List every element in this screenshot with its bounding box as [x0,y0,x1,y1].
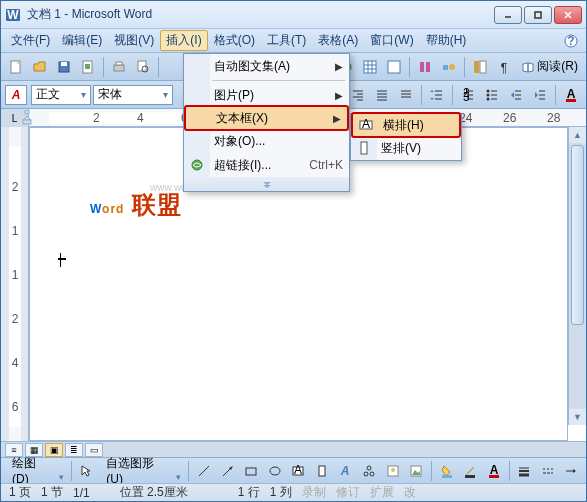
svg-marker-55 [430,98,434,100]
svg-line-100 [223,468,231,476]
styles-formatting-icon[interactable]: A [5,85,27,105]
textbox-icon[interactable]: A [288,460,310,482]
menu-view[interactable]: 视图(V) [108,30,160,51]
select-objects-icon[interactable] [76,460,98,482]
status-extend[interactable]: 扩展 [370,484,394,501]
new-doc-icon[interactable] [5,56,27,78]
menu-hyperlink[interactable]: 超链接(I)... Ctrl+K [184,153,349,177]
menu-expand-icon[interactable] [184,177,349,191]
vertical-ruler[interactable]: 2 1 1 2 4 6 [1,127,29,441]
line-spacing-icon[interactable] [426,84,448,106]
svg-rect-11 [61,62,67,66]
menu-edit[interactable]: 编辑(E) [56,30,108,51]
svg-point-112 [391,468,395,472]
submenu-vertical[interactable]: 竖排(V) [351,136,461,160]
columns-icon[interactable] [414,56,436,78]
status-column: 1 列 [270,484,292,501]
indent-markers[interactable] [21,110,37,126]
insert-picture-icon[interactable] [405,460,427,482]
drawing-icon[interactable] [438,56,460,78]
svg-text:26: 26 [503,111,517,125]
font-color-draw-icon[interactable]: A [483,460,505,482]
svg-text:4: 4 [12,356,19,370]
menu-textbox[interactable]: 文本框(X) ▶ [185,106,348,130]
svg-rect-29 [474,61,479,73]
clipart-icon[interactable] [382,460,404,482]
help-question-icon[interactable]: ? [560,34,582,48]
align-justify-icon[interactable] [371,84,393,106]
svg-rect-27 [443,65,448,70]
line-icon[interactable] [193,460,215,482]
separator [421,85,422,105]
diagram-icon[interactable] [358,460,380,482]
numbering-icon[interactable]: 123 [457,84,479,106]
menu-file[interactable]: 文件(F) [5,30,56,51]
font-selector[interactable]: 宋体 [93,85,173,105]
line-style-icon[interactable] [514,460,536,482]
svg-rect-115 [442,475,452,478]
horizontal-textbox-icon: A [358,117,374,133]
dash-style-icon[interactable] [537,460,559,482]
style-selector[interactable]: 正文 [31,85,91,105]
svg-marker-125 [573,469,576,473]
vertical-textbox-icon [356,140,372,156]
svg-rect-131 [361,142,367,154]
svg-rect-106 [319,466,325,476]
window-controls [494,6,582,24]
menu-picture[interactable]: 图片(P) ▶ [184,83,349,107]
scroll-thumb[interactable] [571,145,584,325]
svg-text:2: 2 [93,111,100,125]
menu-object[interactable]: 对象(O)... [184,129,349,153]
oval-icon[interactable] [264,460,286,482]
status-revision[interactable]: 修订 [336,484,360,501]
print-icon[interactable] [108,56,130,78]
maximize-button[interactable] [524,6,552,24]
wordart-icon[interactable]: A [335,460,357,482]
line-color-icon[interactable] [459,460,481,482]
menu-format[interactable]: 格式(O) [208,30,261,51]
show-hide-icon[interactable]: ¶ [493,56,515,78]
increase-indent-icon[interactable] [529,84,551,106]
status-record[interactable]: 录制 [302,484,326,501]
menu-window[interactable]: 窗口(W) [364,30,419,51]
doc-map-icon[interactable] [469,56,491,78]
scroll-down-icon[interactable]: ▼ [569,409,586,425]
print-preview-icon[interactable] [132,56,154,78]
rectangle-icon[interactable] [241,460,263,482]
menu-tools[interactable]: 工具(T) [261,30,312,51]
status-overwrite[interactable]: 改 [404,484,416,501]
svg-marker-68 [511,92,514,98]
scroll-up-icon[interactable]: ▲ [569,127,586,143]
menu-table[interactable]: 表格(A) [312,30,364,51]
permission-icon[interactable] [77,56,99,78]
bullets-icon[interactable] [481,84,503,106]
close-button[interactable] [554,6,582,24]
fill-color-icon[interactable] [436,460,458,482]
svg-text:A: A [362,118,370,131]
vertical-scrollbar[interactable]: ▲ ▼ [568,127,586,425]
svg-text:3: 3 [463,90,470,102]
excel-icon[interactable] [383,56,405,78]
align-right-icon[interactable] [347,84,369,106]
vertical-textbox-icon[interactable] [311,460,333,482]
decrease-indent-icon[interactable] [505,84,527,106]
svg-point-64 [487,97,490,100]
font-color-icon[interactable]: A [560,84,582,106]
reading-view-button[interactable]: 阅读(R) [517,56,582,77]
table-icon[interactable] [359,56,381,78]
svg-text:6: 6 [12,400,19,414]
minimize-button[interactable] [494,6,522,24]
svg-rect-90 [23,120,31,124]
svg-marker-88 [25,110,29,114]
menu-autotext[interactable]: 自动图文集(A) ▶ [184,54,349,78]
outline-view-icon[interactable]: ≣ [65,443,83,457]
open-icon[interactable] [29,56,51,78]
arrow-style-icon[interactable] [561,460,583,482]
menu-help[interactable]: 帮助(H) [420,30,473,51]
save-icon[interactable] [53,56,75,78]
menu-insert[interactable]: 插入(I) [160,30,207,51]
arrow-icon[interactable] [217,460,239,482]
submenu-horizontal[interactable]: A 横排(H) [352,113,460,137]
distribute-icon[interactable] [395,84,417,106]
separator [158,57,159,77]
